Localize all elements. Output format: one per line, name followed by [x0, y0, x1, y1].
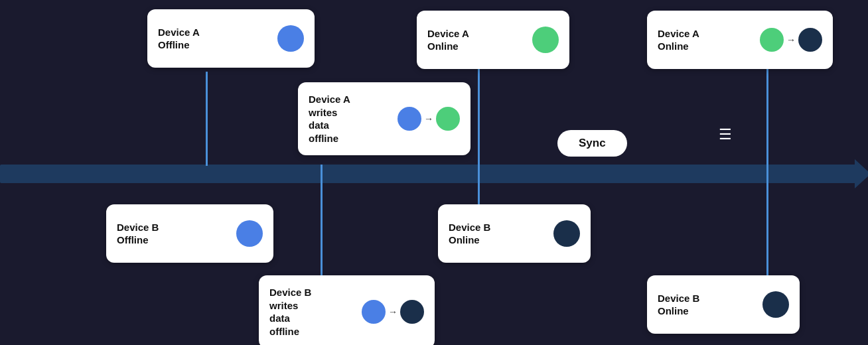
dot-pair-a-online2: →: [760, 28, 822, 52]
dot-green-a-online1: [532, 27, 559, 53]
arrow-b-writes: →: [388, 307, 398, 317]
vline-4: [766, 69, 768, 278]
dot-dark-b-online1: [553, 220, 580, 247]
device-b-online-2-label: Device B Online: [658, 292, 755, 318]
dot-dark-a-online2: [798, 28, 822, 52]
device-b-offline-label: Device B Offline: [117, 221, 228, 247]
sync-label: Sync: [579, 137, 606, 149]
device-a-online-2-label: Device A Online: [658, 27, 752, 53]
timeline-container: Device A Offline Device A writes data of…: [0, 0, 868, 345]
card-device-a-offline: Device A Offline: [147, 9, 315, 68]
dot-dark-b-writes: [400, 300, 424, 324]
card-device-a-online-2: Device A Online →: [647, 11, 833, 69]
dot-dark-b-online2: [762, 291, 789, 318]
sync-pill: Sync: [557, 130, 627, 157]
dot-blue-b-offline: [236, 220, 263, 247]
dot-pair-a-writes: →: [398, 107, 460, 131]
vline-1: [206, 72, 208, 166]
device-a-writes-label: Device A writes data offline: [309, 93, 390, 145]
device-a-offline-label: Device A Offline: [158, 26, 200, 52]
card-device-a-writes: Device A writes data offline →: [298, 82, 470, 155]
layers-icon: ☰: [719, 126, 732, 143]
card-device-a-online-1: Device A Online: [417, 11, 569, 69]
dot-pair-b-writes: →: [362, 300, 424, 324]
dot-green-a-online2: [760, 28, 784, 52]
dot-blue-b-writes: [362, 300, 386, 324]
card-device-b-online-1: Device B Online: [438, 204, 591, 263]
arrow-a-online2: →: [786, 34, 796, 45]
device-b-writes-label: Device B writes data offline: [269, 286, 354, 338]
card-device-b-offline: Device B Offline: [106, 204, 273, 263]
vline-2: [321, 165, 323, 276]
dot-green-a-writes: [436, 107, 460, 131]
card-device-b-online-2: Device B Online: [647, 275, 800, 334]
card-device-b-writes: Device B writes data offline →: [259, 275, 435, 345]
timeline-bar: [0, 165, 856, 183]
dot-blue-a-offline: [277, 25, 304, 52]
vline-3: [478, 69, 480, 208]
arrow-a-writes: →: [424, 113, 433, 124]
dot-blue-a-writes: [398, 107, 421, 131]
device-a-online-1-label: Device A Online: [427, 27, 524, 53]
device-b-online-1-label: Device B Online: [449, 221, 545, 247]
